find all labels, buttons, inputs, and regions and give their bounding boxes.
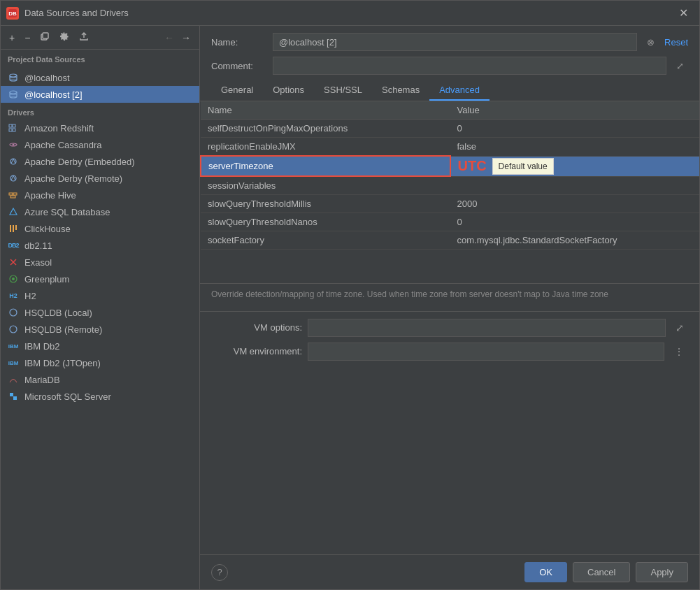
prop-value: com.mysql.jdbc.StandardSocketFactory	[450, 231, 700, 250]
driver-greenplum[interactable]: Greenplum	[1, 271, 199, 287]
table-row[interactable]: slowQueryThresholdNanos 0	[201, 213, 699, 231]
driver-clickhouse-label: ClickHouse	[24, 224, 71, 234]
mariadb-icon	[8, 374, 19, 385]
driver-apache-derby-embedded-label: Apache Derby (Embedded)	[24, 157, 135, 167]
drivers-header: Drivers	[1, 103, 199, 120]
driver-apache-cassandra[interactable]: Apache Cassandra	[1, 136, 199, 153]
driver-ibm-db2[interactable]: IBM IBM Db2	[1, 338, 199, 354]
svg-point-15	[13, 144, 15, 146]
db-icon-2	[8, 89, 19, 100]
comment-label: Comment:	[211, 61, 267, 71]
svg-rect-13	[13, 129, 15, 131]
close-button[interactable]: ✕	[673, 3, 694, 22]
svg-rect-24	[10, 196, 15, 198]
cancel-button[interactable]: Cancel	[573, 562, 630, 582]
forward-button[interactable]: →	[178, 31, 194, 45]
tree-item-localhost-2[interactable]: @localhost [2]	[1, 86, 199, 103]
table-row[interactable]: replicationEnableJMX false	[201, 138, 699, 157]
driver-mariadb[interactable]: MariaDB	[1, 371, 199, 388]
tab-schemas[interactable]: Schemas	[372, 80, 429, 101]
vm-options-row: VM options: ⤢	[211, 319, 688, 337]
svg-rect-28	[15, 225, 17, 230]
driver-azure-sql[interactable]: Azure SQL Database	[1, 203, 199, 220]
add-button[interactable]: +	[6, 31, 17, 45]
clickhouse-icon	[8, 223, 19, 234]
tab-advanced[interactable]: Advanced	[429, 80, 490, 101]
tab-general[interactable]: General	[211, 80, 263, 101]
svg-rect-3	[43, 33, 48, 38]
name-clear-button[interactable]: ⊗	[643, 36, 659, 49]
tree-item-localhost[interactable]: @localhost	[1, 69, 199, 86]
comment-input[interactable]	[273, 57, 666, 75]
back-button[interactable]: ←	[162, 31, 177, 45]
prop-name: slowQueryThresholdNanos	[201, 213, 450, 231]
utc-value: UTC	[458, 158, 487, 174]
hsqldb-local-icon	[8, 307, 19, 318]
apply-button[interactable]: Apply	[636, 562, 688, 582]
table-row[interactable]: slowQueryThresholdMillis 2000	[201, 195, 699, 213]
table-row[interactable]: socketFactory com.mysql.jdbc.StandardSoc…	[201, 231, 699, 250]
db-icon	[8, 72, 19, 83]
svg-point-33	[10, 309, 17, 316]
properties-table-container: Name Value selfDestructOnPingMaxOperatio…	[200, 101, 699, 284]
driver-hsqldb-local-label: HSQLDB (Local)	[24, 308, 92, 318]
table-row-server-timezone[interactable]: serverTimezone UTC Default value	[201, 156, 699, 176]
prop-value	[450, 176, 700, 195]
driver-apache-hive[interactable]: Apache Hive	[1, 187, 199, 203]
driver-apache-cassandra-label: Apache Cassandra	[24, 140, 102, 150]
svg-rect-23	[13, 193, 17, 195]
azure-sql-icon	[8, 206, 19, 217]
driver-amazon-redshift-label: Amazon Redshift	[24, 123, 94, 134]
driver-h2-label: H2	[24, 291, 36, 301]
driver-apache-derby-embedded[interactable]: Apache Derby (Embedded)	[1, 153, 199, 170]
svg-point-7	[10, 91, 17, 94]
remove-button[interactable]: −	[22, 31, 33, 45]
driver-amazon-redshift[interactable]: Amazon Redshift	[1, 120, 199, 136]
svg-rect-27	[13, 225, 14, 232]
svg-rect-26	[10, 225, 11, 232]
driver-ibm-db2-jtopen[interactable]: IBM IBM Db2 (JTOpen)	[1, 354, 199, 371]
prop-name: selfDestructOnPingMaxOperations	[201, 120, 450, 138]
prop-name: socketFactory	[201, 231, 450, 250]
prop-name: replicationEnableJMX	[201, 138, 450, 157]
vm-options-expand-button[interactable]: ⤢	[671, 321, 688, 335]
exasol-icon	[8, 257, 19, 268]
ok-button[interactable]: OK	[524, 562, 567, 582]
driver-apache-derby-remote-label: Apache Derby (Remote)	[24, 173, 122, 184]
driver-exasol[interactable]: Exasol	[1, 254, 199, 271]
driver-hsqldb-remote[interactable]: HSQLDB (Remote)	[1, 321, 199, 338]
driver-hsqldb-local[interactable]: HSQLDB (Local)	[1, 304, 199, 321]
duplicate-button[interactable]	[37, 30, 52, 45]
reset-link[interactable]: Reset	[664, 37, 688, 48]
driver-apache-hive-label: Apache Hive	[24, 190, 76, 201]
tab-ssh-ssl[interactable]: SSH/SSL	[314, 80, 372, 101]
driver-db2-label: db2.11	[24, 240, 52, 251]
svg-marker-25	[10, 208, 17, 215]
table-row[interactable]: sessionVariables	[201, 176, 699, 195]
comment-row: Comment: ⤢	[211, 57, 688, 75]
name-input[interactable]	[273, 33, 637, 51]
driver-clickhouse[interactable]: ClickHouse	[1, 220, 199, 237]
vm-env-input[interactable]	[308, 343, 664, 361]
amazon-redshift-icon	[8, 122, 19, 134]
vm-options-input[interactable]	[308, 319, 666, 337]
driver-db2[interactable]: DB2 db2.11	[1, 237, 199, 254]
comment-expand-button[interactable]: ⤢	[672, 59, 688, 73]
help-button[interactable]: ?	[211, 564, 228, 581]
left-panel: + −	[1, 26, 200, 589]
tab-options[interactable]: Options	[263, 80, 314, 101]
tree-item-localhost-label: @localhost	[24, 73, 70, 83]
info-text: Override detection/mapping of time zone.…	[200, 284, 699, 312]
name-row: Name: ⊗ Reset	[211, 33, 688, 51]
settings-button[interactable]	[57, 30, 72, 45]
hsqldb-remote-icon	[8, 324, 19, 335]
driver-mssql[interactable]: Microsoft SQL Server	[1, 388, 199, 405]
apache-derby-remote-icon	[8, 173, 19, 184]
prop-name: sessionVariables	[201, 176, 450, 195]
driver-apache-derby-remote[interactable]: Apache Derby (Remote)	[1, 170, 199, 187]
vm-env-browse-button[interactable]: ⋮	[670, 345, 688, 359]
table-row[interactable]: selfDestructOnPingMaxOperations 0	[201, 120, 699, 138]
driver-h2[interactable]: H2 H2	[1, 287, 199, 304]
prop-name: slowQueryThresholdMillis	[201, 195, 450, 213]
export-button[interactable]	[76, 30, 92, 45]
